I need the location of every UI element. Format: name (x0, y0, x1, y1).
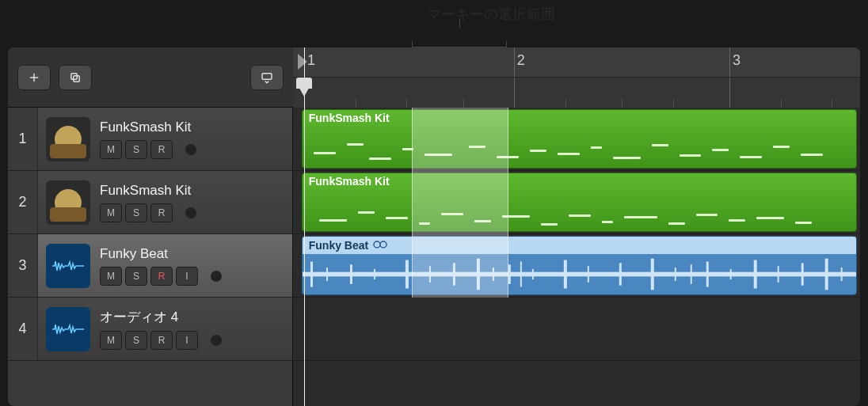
track-number: 1 (8, 108, 38, 170)
audio-waveform-icon (46, 244, 90, 288)
bar-label: 1 (307, 52, 315, 69)
mute-button[interactable]: M (100, 203, 122, 222)
svg-rect-16 (520, 261, 522, 286)
track-toolbar (8, 47, 293, 108)
timeline-lanes[interactable]: FunkSmash Kit (293, 108, 860, 406)
svg-rect-9 (374, 269, 375, 279)
svg-point-3 (374, 241, 380, 248)
solo-button[interactable]: S (125, 140, 147, 159)
track-number: 2 (8, 171, 38, 233)
svg-rect-7 (326, 268, 328, 281)
duplicate-icon (68, 70, 82, 85)
svg-rect-10 (405, 260, 409, 289)
drum-kit-icon (46, 117, 90, 161)
track-number: 4 (8, 298, 38, 360)
solo-button[interactable]: S (125, 203, 147, 222)
svg-rect-22 (675, 268, 676, 281)
audio-waveform-icon (46, 307, 90, 351)
collapse-button[interactable] (250, 65, 284, 90)
daw-window: 1 2 3 1 FunkSm (8, 47, 860, 406)
input-monitor-button[interactable]: I (176, 267, 198, 286)
track-header[interactable]: 3 Funky Beat M S R I (8, 234, 292, 298)
solo-button[interactable]: S (125, 267, 147, 286)
svg-rect-13 (477, 259, 480, 290)
mute-button[interactable]: M (100, 267, 122, 286)
svg-rect-25 (729, 269, 731, 279)
track-headers: 1 FunkSmash Kit M S R 2 (8, 108, 293, 406)
track-number: 3 (8, 234, 38, 297)
track-header[interactable]: 4 オーディオ 4 M S R I (8, 298, 292, 361)
svg-rect-19 (588, 266, 589, 283)
record-enable-button[interactable]: R (150, 140, 173, 159)
svg-rect-24 (706, 261, 708, 286)
svg-rect-15 (508, 264, 511, 284)
svg-rect-14 (493, 268, 494, 281)
track-name: オーディオ 4 (100, 308, 284, 326)
record-indicator (211, 335, 222, 346)
record-indicator (211, 271, 222, 282)
svg-rect-27 (777, 266, 779, 283)
timeline-ruler[interactable]: 1 2 3 (293, 47, 860, 108)
region-title-text: Funky Beat (309, 239, 368, 252)
record-indicator (185, 207, 196, 218)
svg-rect-26 (753, 260, 756, 289)
ruler-beats (293, 78, 860, 108)
duplicate-track-button[interactable] (59, 65, 92, 90)
svg-rect-18 (564, 260, 567, 289)
input-monitor-button[interactable]: I (176, 331, 198, 350)
region-title: FunkSmash Kit (303, 173, 857, 191)
track-name: FunkSmash Kit (100, 120, 284, 135)
svg-rect-8 (350, 264, 352, 284)
track-header[interactable]: 1 FunkSmash Kit M S R (8, 108, 292, 171)
svg-rect-30 (840, 268, 842, 281)
svg-rect-28 (801, 263, 803, 285)
track-lane[interactable] (293, 298, 860, 361)
playhead[interactable] (304, 47, 305, 406)
svg-rect-17 (532, 269, 534, 279)
midi-notes (303, 191, 857, 231)
record-enable-button[interactable]: R (150, 203, 173, 222)
collapse-icon (260, 70, 274, 85)
playhead-handle-icon (296, 78, 312, 89)
region-title: Funky Beat (303, 237, 857, 254)
audio-region[interactable]: Funky Beat (302, 236, 858, 295)
region-title: FunkSmash Kit (303, 110, 857, 127)
svg-rect-11 (429, 266, 431, 283)
bar-label: 2 (517, 52, 525, 69)
solo-button[interactable]: S (125, 331, 147, 350)
svg-rect-6 (310, 261, 313, 286)
waveform (303, 254, 857, 294)
cycle-start-marker[interactable] (298, 54, 307, 70)
svg-rect-5 (303, 272, 857, 277)
record-enable-button[interactable]: R (150, 331, 173, 350)
svg-rect-2 (262, 73, 272, 79)
record-enable-button[interactable]: R (150, 267, 173, 286)
midi-notes (303, 127, 857, 168)
svg-rect-12 (453, 263, 455, 285)
bar-label: 3 (733, 52, 740, 69)
midi-region[interactable]: FunkSmash Kit (302, 173, 858, 232)
svg-rect-23 (691, 264, 692, 284)
track-lane[interactable]: Funky Beat (293, 234, 860, 298)
svg-rect-21 (651, 259, 654, 290)
track-header[interactable]: 2 FunkSmash Kit M S R (8, 171, 292, 234)
plus-icon (27, 70, 41, 85)
mute-button[interactable]: M (100, 331, 122, 350)
drum-kit-icon (46, 180, 90, 225)
svg-point-4 (380, 241, 386, 248)
mute-button[interactable]: M (100, 140, 122, 159)
track-name: Funky Beat (100, 246, 284, 262)
svg-rect-20 (619, 263, 622, 285)
ruler-bars: 1 2 3 (293, 47, 860, 78)
stereo-icon (373, 239, 387, 252)
track-lane[interactable]: FunkSmash Kit (293, 108, 860, 171)
annotation-label: マーキーの選択範囲 (412, 5, 570, 24)
annotation-bracket (412, 28, 507, 47)
track-lane[interactable]: FunkSmash Kit (293, 171, 860, 234)
record-indicator (185, 144, 196, 155)
svg-rect-29 (824, 259, 828, 290)
track-name: FunkSmash Kit (100, 183, 284, 199)
add-track-button[interactable] (17, 65, 51, 90)
midi-region[interactable]: FunkSmash Kit (302, 109, 858, 169)
